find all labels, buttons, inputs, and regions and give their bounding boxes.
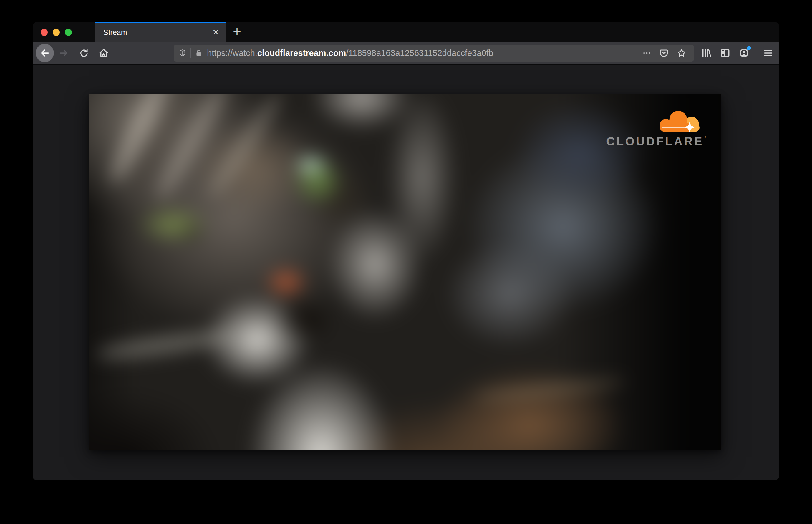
sidebar-icon [720, 48, 730, 58]
forward-icon [59, 48, 69, 58]
whisker-highlight [95, 326, 238, 363]
browser-window: Stream ✕ + [33, 22, 779, 480]
reload-button[interactable] [78, 47, 91, 60]
tab-title: Stream [103, 28, 127, 37]
body-highlight [473, 376, 626, 403]
library-icon [701, 48, 712, 58]
window-controls [40, 29, 72, 36]
page-content: CLOUDFLARE’ [33, 65, 779, 479]
url-path: /118598a163a125631152ddaccfe3a0fb [346, 48, 493, 58]
bookmark-star-icon[interactable] [677, 48, 686, 58]
tab-stream[interactable]: Stream ✕ [95, 22, 226, 42]
page-actions [643, 48, 694, 58]
account-notification-dot [747, 46, 751, 50]
home-button[interactable] [97, 47, 110, 60]
url-text[interactable]: https://watch.cloudflarestream.com/11859… [207, 48, 643, 58]
menu-hamburger-icon [763, 48, 774, 58]
url-domain: cloudflarestream.com [257, 48, 346, 58]
cloudflare-logo: CLOUDFLARE’ [606, 109, 705, 148]
pocket-icon[interactable] [659, 48, 669, 58]
cloudflare-wordmark: CLOUDFLARE’ [606, 135, 705, 148]
url-scheme-host: https://watch. [207, 48, 257, 58]
forward-button[interactable] [58, 47, 70, 60]
sidebar-button[interactable] [719, 47, 732, 60]
address-bar[interactable]: https://watch.cloudflarestream.com/11859… [174, 45, 694, 62]
reload-icon [79, 48, 89, 58]
desktop-background: Stream ✕ + [0, 0, 812, 524]
minimize-window-button[interactable] [53, 29, 60, 36]
trademark-mark: ’ [704, 135, 706, 142]
menu-button[interactable] [762, 47, 775, 60]
back-icon [39, 48, 50, 58]
library-button[interactable] [700, 47, 713, 60]
close-tab-icon[interactable]: ✕ [212, 29, 219, 36]
page-actions-dots-icon[interactable] [643, 49, 651, 58]
urlbar-divider [191, 48, 191, 58]
cloudflare-cloud-icon [654, 109, 704, 134]
account-button[interactable] [737, 47, 750, 60]
video-player[interactable]: CLOUDFLARE’ [89, 94, 721, 451]
toolbar-divider [755, 45, 756, 61]
back-button[interactable] [36, 44, 54, 62]
new-tab-button[interactable]: + [230, 23, 243, 41]
shield-icon [178, 49, 186, 58]
fullscreen-window-button[interactable] [65, 29, 72, 36]
home-icon [98, 48, 109, 58]
tab-bar: Stream ✕ + [33, 22, 779, 42]
close-window-button[interactable] [40, 29, 48, 36]
lock-icon [195, 49, 202, 57]
navigation-toolbar: https://watch.cloudflarestream.com/11859… [33, 42, 779, 65]
